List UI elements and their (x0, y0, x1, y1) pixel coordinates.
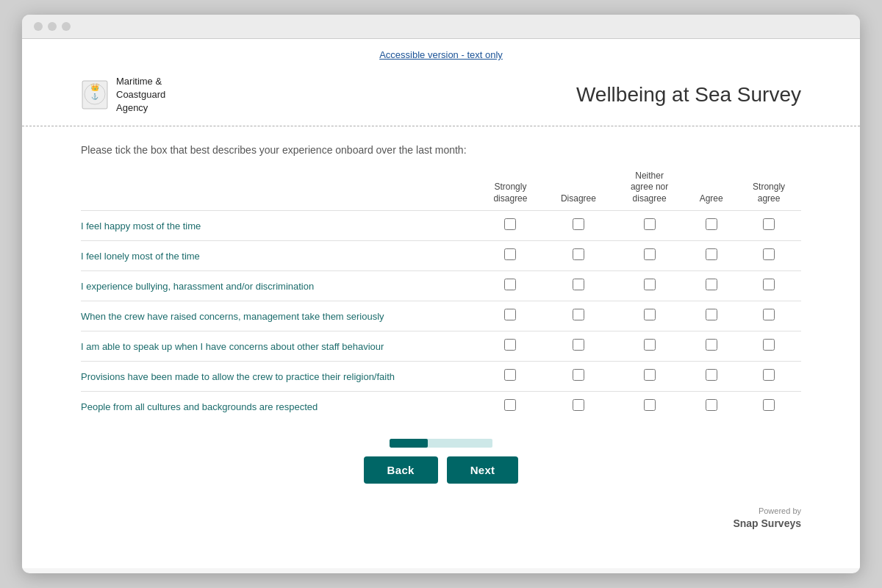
checkbox-cell-row-lonely-agree[interactable] (686, 241, 736, 271)
button-row: Back Next (364, 456, 519, 484)
checkbox-row-speak-up-agree[interactable] (706, 339, 717, 351)
row-label-row-cultures: People from all cultures and backgrounds… (81, 392, 477, 422)
checkbox-cell-row-bullying-neither[interactable] (613, 271, 686, 301)
checkbox-cell-row-speak-up-agree[interactable] (686, 331, 736, 362)
checkbox-row-bullying-strongly-agree[interactable] (763, 279, 775, 290)
checkbox-row-cultures-disagree[interactable] (573, 399, 584, 411)
header: 👑 ⚓ Maritime & Coastguard Agency Wellbei… (22, 68, 860, 126)
checkbox-row-happy-neither[interactable] (644, 218, 656, 230)
col-header-neither: Neitheragree nordisagree (613, 171, 686, 211)
snap-surveys-label: Snap Surveys (733, 517, 801, 529)
checkbox-cell-row-lonely-strongly-disagree[interactable] (477, 241, 544, 271)
checkbox-row-lonely-agree[interactable] (706, 248, 717, 260)
row-label-row-concerns: When the crew have raised concerns, mana… (81, 301, 477, 331)
checkbox-row-religion-strongly-disagree[interactable] (504, 369, 516, 381)
survey-table: Stronglydisagree Disagree Neitheragree n… (81, 171, 801, 422)
checkbox-cell-row-happy-strongly-agree[interactable] (736, 211, 801, 241)
checkbox-row-speak-up-disagree[interactable] (573, 339, 584, 351)
checkbox-cell-row-concerns-neither[interactable] (613, 301, 686, 331)
powered-by: Powered by Snap Surveys (22, 498, 860, 537)
checkbox-cell-row-concerns-strongly-disagree[interactable] (477, 301, 544, 331)
checkbox-row-happy-disagree[interactable] (573, 218, 584, 230)
table-row: People from all cultures and backgrounds… (81, 392, 801, 422)
checkbox-cell-row-religion-neither[interactable] (613, 362, 686, 392)
checkbox-row-bullying-disagree[interactable] (573, 279, 584, 290)
checkbox-row-religion-strongly-agree[interactable] (763, 369, 775, 381)
progress-bar-container (390, 439, 492, 448)
checkbox-cell-row-religion-strongly-agree[interactable] (736, 362, 801, 392)
checkbox-row-happy-strongly-agree[interactable] (763, 218, 775, 230)
checkbox-row-concerns-agree[interactable] (706, 309, 717, 320)
checkbox-cell-row-religion-disagree[interactable] (544, 362, 613, 392)
row-label-row-religion: Provisions have been made to allow the c… (81, 362, 477, 392)
checkbox-cell-row-bullying-disagree[interactable] (544, 271, 613, 301)
checkbox-row-bullying-neither[interactable] (644, 279, 656, 290)
checkbox-row-bullying-strongly-disagree[interactable] (504, 279, 516, 290)
checkbox-cell-row-concerns-agree[interactable] (686, 301, 736, 331)
checkbox-cell-row-lonely-strongly-agree[interactable] (736, 241, 801, 271)
checkbox-cell-row-religion-strongly-disagree[interactable] (477, 362, 544, 392)
checkbox-row-speak-up-strongly-disagree[interactable] (504, 339, 516, 351)
progress-area: Back Next (81, 439, 801, 484)
col-header-label (81, 171, 477, 211)
checkbox-cell-row-speak-up-disagree[interactable] (544, 331, 613, 362)
checkbox-cell-row-cultures-strongly-agree[interactable] (736, 392, 801, 422)
checkbox-cell-row-speak-up-strongly-agree[interactable] (736, 331, 801, 362)
accessible-version-link[interactable]: Accessible version - text only (22, 39, 860, 68)
logo-line1: Maritime & (116, 75, 165, 88)
logo-line3: Agency (116, 101, 165, 115)
checkbox-row-bullying-agree[interactable] (706, 279, 717, 290)
checkbox-cell-row-cultures-strongly-disagree[interactable] (477, 392, 544, 422)
checkbox-cell-row-happy-agree[interactable] (686, 211, 736, 241)
checkbox-row-lonely-strongly-disagree[interactable] (504, 248, 516, 260)
checkbox-cell-row-bullying-agree[interactable] (686, 271, 736, 301)
back-button[interactable]: Back (364, 456, 438, 484)
checkbox-row-concerns-neither[interactable] (644, 309, 656, 320)
checkbox-row-speak-up-neither[interactable] (644, 339, 656, 351)
checkbox-row-happy-strongly-disagree[interactable] (504, 218, 516, 230)
table-row: I feel happy most of the time (81, 211, 801, 241)
checkbox-row-cultures-strongly-agree[interactable] (763, 399, 775, 411)
checkbox-cell-row-cultures-disagree[interactable] (544, 392, 613, 422)
checkbox-row-lonely-disagree[interactable] (573, 248, 584, 260)
checkbox-row-concerns-disagree[interactable] (573, 309, 584, 320)
checkbox-cell-row-speak-up-strongly-disagree[interactable] (477, 331, 544, 362)
checkbox-cell-row-religion-agree[interactable] (686, 362, 736, 392)
checkbox-cell-row-speak-up-neither[interactable] (613, 331, 686, 362)
checkbox-row-religion-disagree[interactable] (573, 369, 584, 381)
checkbox-row-concerns-strongly-agree[interactable] (763, 309, 775, 320)
checkbox-row-lonely-neither[interactable] (644, 248, 656, 260)
logo-area: 👑 ⚓ Maritime & Coastguard Agency (81, 75, 165, 115)
checkbox-row-lonely-strongly-agree[interactable] (763, 248, 775, 260)
checkbox-cell-row-bullying-strongly-disagree[interactable] (477, 271, 544, 301)
logo-line2: Coastguard (116, 88, 165, 101)
table-row: I experience bullying, harassment and/or… (81, 271, 801, 301)
checkbox-cell-row-happy-strongly-disagree[interactable] (477, 211, 544, 241)
browser-dot-green (62, 22, 71, 31)
checkbox-row-cultures-neither[interactable] (644, 399, 656, 411)
checkbox-cell-row-bullying-strongly-agree[interactable] (736, 271, 801, 301)
checkbox-row-cultures-agree[interactable] (706, 399, 717, 411)
checkbox-cell-row-lonely-neither[interactable] (613, 241, 686, 271)
checkbox-cell-row-concerns-strongly-agree[interactable] (736, 301, 801, 331)
survey-title: Wellbeing at Sea Survey (165, 83, 801, 107)
checkbox-row-religion-agree[interactable] (706, 369, 717, 381)
browser-titlebar (22, 15, 860, 39)
row-label-row-lonely: I feel lonely most of the time (81, 241, 477, 271)
checkbox-cell-row-cultures-neither[interactable] (613, 392, 686, 422)
checkbox-row-religion-neither[interactable] (644, 369, 656, 381)
checkbox-row-speak-up-strongly-agree[interactable] (763, 339, 775, 351)
logo-text: Maritime & Coastguard Agency (116, 75, 165, 115)
checkbox-row-concerns-strongly-disagree[interactable] (504, 309, 516, 320)
checkbox-cell-row-cultures-agree[interactable] (686, 392, 736, 422)
main-content: Please tick the box that best describes … (22, 126, 860, 499)
table-row: I am able to speak up when I have concer… (81, 331, 801, 362)
checkbox-cell-row-lonely-disagree[interactable] (544, 241, 613, 271)
checkbox-row-cultures-strongly-disagree[interactable] (504, 399, 516, 411)
col-header-strongly-agree: Stronglyagree (736, 171, 801, 211)
checkbox-cell-row-happy-neither[interactable] (613, 211, 686, 241)
checkbox-cell-row-happy-disagree[interactable] (544, 211, 613, 241)
next-button[interactable]: Next (447, 456, 519, 484)
checkbox-row-happy-agree[interactable] (706, 218, 717, 230)
checkbox-cell-row-concerns-disagree[interactable] (544, 301, 613, 331)
